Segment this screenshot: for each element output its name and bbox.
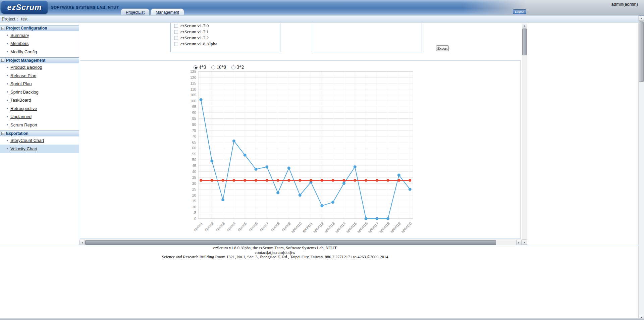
sidebar-item-taskboard[interactable]: TaskBoard — [0, 96, 79, 105]
svg-text:sprint9: sprint9 — [281, 221, 291, 232]
sidebar-item-velocity-chart[interactable]: Velocity Chart — [0, 145, 79, 153]
sidebar-item-product-backlog[interactable]: Product Backlog — [0, 63, 79, 72]
content-scroll-up-button[interactable]: ▲ — [522, 23, 527, 28]
svg-text:95: 95 — [192, 105, 196, 109]
content-vertical-scrollbar-thumb[interactable] — [522, 29, 527, 55]
nav-tabs: ProjectListManagement — [121, 8, 184, 15]
page-vertical-scrollbar-thumb[interactable] — [639, 21, 644, 82]
svg-text:sprint1: sprint1 — [193, 221, 204, 232]
svg-text:sprint11: sprint11 — [302, 221, 314, 233]
svg-text:5: 5 — [194, 211, 196, 215]
content-scroll-down-button[interactable]: ▼ — [522, 239, 527, 245]
svg-text:125: 125 — [190, 69, 196, 73]
collapse-icon[interactable]: − — [1, 132, 4, 135]
section-header-project-management[interactable]: −Project Management — [0, 57, 79, 63]
project-bar: Project : test — [0, 16, 638, 22]
bullet-icon — [7, 51, 8, 52]
svg-text:sprint5: sprint5 — [237, 221, 248, 232]
sidebar-item-modify-config[interactable]: Modify Config — [0, 48, 79, 56]
horizontal-scrollbar-thumb[interactable] — [85, 240, 496, 245]
svg-text:sprint15: sprint15 — [345, 221, 357, 233]
svg-text:25: 25 — [192, 187, 196, 191]
svg-text:35: 35 — [192, 175, 196, 179]
sidebar-item-label: Sprint Backlog — [10, 90, 39, 95]
bullet-icon — [7, 100, 8, 101]
sidebar: −Project ConfigurationSummaryMembersModi… — [0, 23, 79, 245]
collapse-icon[interactable]: − — [1, 27, 4, 30]
svg-text:85: 85 — [192, 116, 196, 120]
ezscrum-logo[interactable]: ezScrum — [1, 1, 48, 14]
svg-text:10: 10 — [192, 205, 196, 209]
tab-projectlist[interactable]: ProjectList — [121, 8, 150, 15]
lab-subtitle: SOFTWARE SYSTEMS LAB, NTUT — [51, 5, 119, 9]
tab-management[interactable]: Management — [151, 8, 184, 15]
footer: ezScrum v1.8.0 Alpha, the ezScrum Team, … — [0, 245, 550, 260]
sidebar-item-sprint-plan[interactable]: Sprint Plan — [0, 80, 79, 88]
sidebar-item-label: Members — [10, 41, 29, 46]
footer-line-1: ezScrum v1.8.0 Alpha, the ezScrum Team, … — [0, 246, 550, 251]
sidebar-item-release-plan[interactable]: Release Plan — [0, 71, 79, 80]
version-label: ezScrum v1.7.1 — [180, 29, 209, 35]
sidebar-item-summary[interactable]: Summary — [0, 31, 79, 40]
sidebar-item-label: Release Plan — [10, 73, 36, 78]
sidebar-item-unplanned[interactable]: Unplanned — [0, 113, 79, 121]
svg-text:sprint10: sprint10 — [290, 221, 302, 233]
svg-text:15: 15 — [192, 199, 196, 203]
sidebar-item-sprint-backlog[interactable]: Sprint Backlog — [0, 88, 79, 96]
export-button[interactable]: Export — [436, 45, 449, 51]
checkbox-icon[interactable] — [174, 42, 178, 46]
sidebar-item-members[interactable]: Members — [0, 40, 79, 48]
page: ezScrum SOFTWARE SYSTEMS LAB, NTUT Proje… — [0, 0, 644, 320]
svg-text:sprint18: sprint18 — [378, 221, 390, 233]
version-label: ezScrum v1.7.2 — [180, 35, 209, 41]
sidebar-item-retrospective[interactable]: Retrospective — [0, 104, 79, 113]
bullet-icon — [7, 140, 8, 141]
sidebar-item-label: StoryCount Chart — [10, 138, 44, 143]
scroll-left-button[interactable]: ◄ — [79, 240, 85, 245]
sidebar-item-storycount-chart[interactable]: StoryCount Chart — [0, 137, 79, 145]
svg-text:sprint2: sprint2 — [204, 221, 214, 232]
velocity-chart: 0510152025303540455055606570758085909510… — [181, 67, 429, 239]
svg-text:sprint16: sprint16 — [356, 221, 368, 233]
svg-text:sprint6: sprint6 — [248, 221, 259, 232]
version-label: ezScrum v1.8 Alpha — [180, 41, 217, 47]
collapse-icon[interactable]: − — [1, 59, 4, 62]
section-header-exportation[interactable]: −Exportation — [0, 130, 79, 137]
svg-text:90: 90 — [192, 111, 196, 115]
main-content: ezScrum v1.7.0ezScrum v1.7.1ezScrum v1.7… — [79, 23, 522, 245]
svg-text:sprint17: sprint17 — [367, 221, 379, 233]
sidebar-item-scrum-report[interactable]: Scrum Report — [0, 121, 79, 129]
svg-text:20: 20 — [192, 193, 196, 197]
horizontal-scrollbar[interactable]: ◄ ► — [79, 239, 522, 245]
page-vertical-scrollbar[interactable]: ▲ ▼ — [638, 15, 644, 320]
app-header: ezScrum SOFTWARE SYSTEMS LAB, NTUT Proje… — [0, 0, 644, 15]
bullet-icon — [7, 148, 8, 149]
section-header-project-configuration[interactable]: −Project Configuration — [0, 25, 79, 31]
bottom-edge — [0, 318, 644, 320]
page-scroll-up-button[interactable]: ▲ — [639, 15, 644, 21]
sidebar-item-label: Retrospective — [10, 106, 37, 111]
logout-button[interactable]: Logout — [513, 9, 526, 14]
sidebar-item-label: Modify Config — [10, 49, 37, 54]
svg-text:80: 80 — [192, 122, 196, 126]
section-title: Exportation — [6, 131, 29, 136]
version-list-box: ezScrum v1.7.0ezScrum v1.7.1ezScrum v1.7… — [170, 23, 280, 52]
svg-text:105: 105 — [190, 93, 196, 97]
checkbox-icon[interactable] — [174, 36, 178, 40]
scroll-right-button[interactable]: ► — [516, 240, 522, 245]
content-vertical-scrollbar[interactable]: ▲ ▼ — [522, 23, 527, 245]
tab-label: Management — [156, 10, 179, 15]
checkbox-icon[interactable] — [174, 30, 178, 34]
svg-text:110: 110 — [190, 87, 196, 91]
checkbox-icon[interactable] — [174, 24, 178, 28]
svg-text:0: 0 — [194, 217, 196, 221]
svg-text:sprint8: sprint8 — [270, 221, 280, 232]
project-name: test — [21, 16, 28, 22]
svg-text:50: 50 — [192, 158, 196, 162]
section-title: Project Management — [6, 58, 45, 63]
bullet-icon — [7, 75, 8, 76]
svg-text:120: 120 — [190, 75, 196, 79]
project-label: Project : — [2, 16, 18, 22]
svg-text:sprint3: sprint3 — [215, 221, 225, 232]
svg-text:sprint19: sprint19 — [389, 221, 401, 233]
